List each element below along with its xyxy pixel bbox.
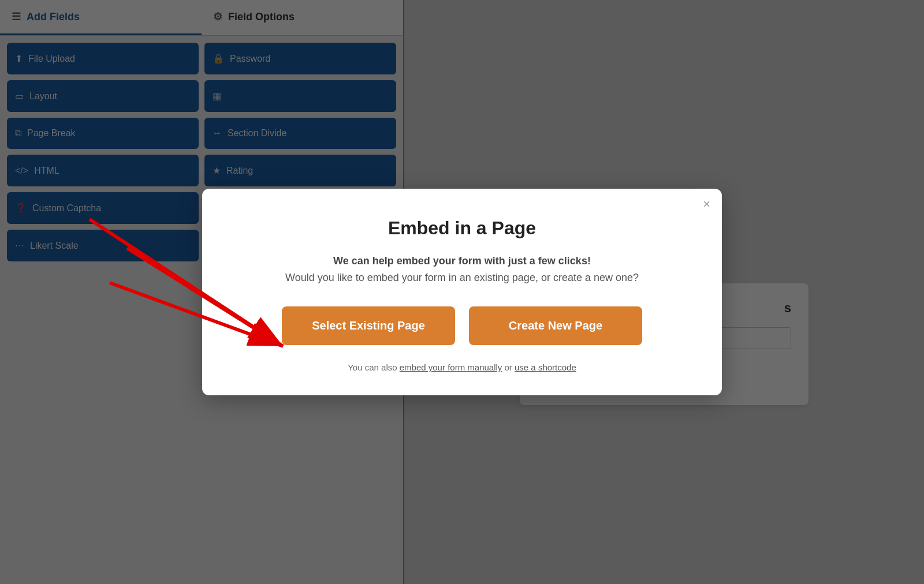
embed-manually-link[interactable]: embed your form manually xyxy=(400,362,502,372)
embed-modal: × Embed in a Page We can help embed your… xyxy=(202,189,722,396)
modal-footer-text: You can also xyxy=(348,362,400,372)
modal-footer-or: or xyxy=(502,362,515,372)
use-shortcode-link[interactable]: use a shortcode xyxy=(515,362,576,372)
modal-title: Embed in a Page xyxy=(237,218,687,239)
modal-close-button[interactable]: × xyxy=(703,198,710,211)
modal-buttons: Select Existing Page Create New Page xyxy=(237,306,687,345)
modal-desc-text: Would you like to embed your form in an … xyxy=(285,272,639,283)
select-existing-page-button[interactable]: Select Existing Page xyxy=(282,306,455,345)
modal-desc-bold: We can help embed your form with just a … xyxy=(333,255,591,267)
create-new-page-button[interactable]: Create New Page xyxy=(469,306,642,345)
modal-description: We can help embed your form with just a … xyxy=(237,253,687,286)
modal-overlay[interactable]: × Embed in a Page We can help embed your… xyxy=(0,0,924,584)
modal-footer: You can also embed your form manually or… xyxy=(237,362,687,372)
